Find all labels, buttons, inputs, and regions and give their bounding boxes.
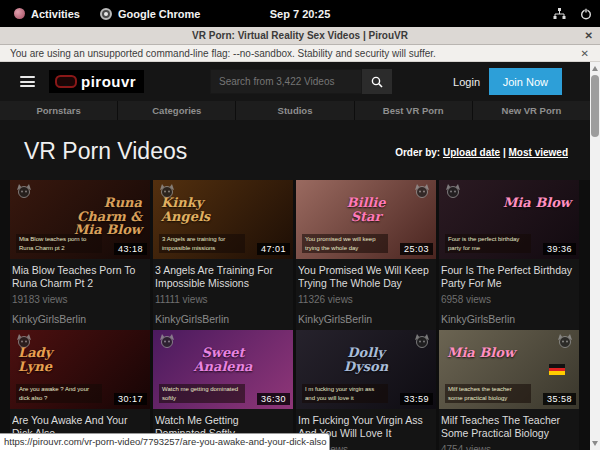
warning-infobar: You are using an unsupported command-lin… [0,45,600,62]
login-link[interactable]: Login [453,76,480,88]
video-card[interactable]: Mia Blow Milf teaches the teacher some p… [439,330,579,450]
video-card[interactable]: Dolly Dyson I m fucking your virgin ass … [296,330,436,450]
join-now-button[interactable]: Join Now [489,68,562,95]
duration-badge: 47:01 [257,243,290,255]
studio-cat-mask-icon [414,334,430,348]
thumbnail-caption: Milf teaches the teacher some practical … [445,384,531,403]
thumbnail-model-name: Mia Blow [503,196,571,210]
thumbnail-model-name: Lady Lyne [18,346,90,373]
order-by: Order by: Upload date | Most viewed [395,147,568,158]
gnome-top-bar: Activities Google Chrome Sep 7 20:25 [0,0,600,27]
video-thumbnail[interactable]: Kinky Angels 3 Angels are training for i… [153,180,293,259]
thumbnail-caption: Watch me getting dominated softly [159,384,245,403]
category-menubar: Pornstars Categories Studios Best VR Por… [0,101,590,120]
site-logo[interactable]: pirouvr [49,70,144,93]
order-most-viewed-link[interactable]: Most viewed [509,147,568,158]
duration-badge: 43:18 [114,243,147,255]
thumbnail-caption: I m fucking your virgin ass and you will… [302,384,388,403]
studio-link[interactable]: KinkyGirlsBerlin [441,313,577,325]
network-icon[interactable] [553,8,566,20]
app-menu-button[interactable]: Google Chrome [90,8,211,20]
distro-icon [14,8,25,19]
page-scrollbar[interactable] [590,62,600,450]
video-thumbnail[interactable]: Billie Star You promised we will keep tr… [296,180,436,259]
search-button[interactable] [362,69,392,94]
studio-link[interactable]: KinkyGirlsBerlin [12,313,148,325]
duration-badge: 25:03 [400,243,433,255]
video-title[interactable]: Four Is The Perfect Birthday Party For M… [441,264,575,290]
activities-label: Activities [31,8,80,20]
video-card[interactable]: Runa Charm & Mia Blow Mia Blow teaches p… [10,180,150,330]
menu-item-categories[interactable]: Categories [118,101,235,120]
menu-item-best-vr[interactable]: Best VR Porn [355,101,472,120]
order-upload-date-link[interactable]: Upload date [443,147,500,158]
studio-link[interactable]: KinkyGirlsBerlin [155,313,291,325]
menu-item-pornstars[interactable]: Pornstars [0,101,117,120]
duration-badge: 39:36 [543,243,576,255]
video-title[interactable]: 3 Angels Are Training For Impossible Mis… [155,264,289,290]
thumbnail-model-name: Runa Charm & Mia Blow [70,196,142,237]
chrome-icon [100,8,112,20]
page-title: VR Porn Videos [24,138,187,165]
desktop: Activities Google Chrome Sep 7 20:25 V [0,0,600,450]
order-by-label: Order by: [395,147,440,158]
window-title: VR Porn: Virtual Reality Sex Videos | Pi… [192,30,408,41]
video-thumbnail[interactable]: Lady Lyne Are you awake ? And your dick … [10,330,150,409]
video-title[interactable]: Mia Blow Teaches Porn To Runa Charm Pt 2 [12,264,146,290]
thumbnail-caption: Mia Blow teaches porn to Runa Charm pt 2 [16,234,102,253]
menu-item-studios[interactable]: Studios [236,101,353,120]
video-thumbnail[interactable]: Sweet Analena Watch me getting dominated… [153,330,293,409]
scrollbar-thumb[interactable] [591,75,599,137]
studio-cat-mask-icon [159,334,175,348]
video-card[interactable]: Lady Lyne Are you awake ? And your dick … [10,330,150,450]
thumbnail-caption: Four is the perfect birthday party for m… [445,234,531,253]
studio-cat-mask-icon [445,184,461,198]
studio-cat-mask-icon [16,184,32,198]
video-card[interactable]: Kinky Angels 3 Angels are training for i… [153,180,293,330]
thumbnail-model-name: Billie Star [330,196,402,223]
search-icon [371,76,383,88]
duration-badge: 35:58 [543,393,576,405]
video-thumbnail[interactable]: Mia Blow Milf teaches the teacher some p… [439,330,579,409]
thumbnail-model-name: Sweet Analena [187,346,259,373]
video-grid: Runa Charm & Mia Blow Mia Blow teaches p… [10,180,582,450]
scrollbar-up-arrow-icon[interactable] [592,66,598,71]
infobar-close-icon[interactable]: ✕ [581,48,589,59]
window-close-icon[interactable]: ✕ [585,30,593,41]
video-thumbnail[interactable]: Mia Blow Four is the perfect birthday pa… [439,180,579,259]
thumbnail-model-name: Mia Blow [447,346,515,360]
video-thumbnail[interactable]: Runa Charm & Mia Blow Mia Blow teaches p… [10,180,150,259]
thumbnail-caption: You promised we will keep trying the who… [302,234,388,253]
video-card[interactable]: Billie Star You promised we will keep tr… [296,180,436,330]
hamburger-menu-icon[interactable] [20,76,35,87]
german-flag-icon [549,364,565,375]
vr-headset-icon [55,75,77,88]
thumbnail-caption: Are you awake ? And your dick also ? [16,384,102,403]
thumbnail-model-name: Dolly Dyson [330,346,402,373]
duration-badge: 30:17 [114,393,147,405]
video-title[interactable]: You Promised We Will Keep Trying The Who… [298,264,432,290]
infobar-message: You are using an unsupported command-lin… [10,48,436,59]
studio-cat-mask-icon [557,334,573,348]
scrollbar-down-arrow-icon[interactable] [592,441,598,446]
video-thumbnail[interactable]: Dolly Dyson I m fucking your virgin ass … [296,330,436,409]
video-card[interactable]: Mia Blow Four is the perfect birthday pa… [439,180,579,330]
menu-item-new-vr[interactable]: New VR Porn [473,101,590,120]
clock[interactable]: Sep 7 20:25 [270,8,331,20]
studio-link[interactable]: KinkyGirlsBerlin [298,313,434,325]
view-count: 6958 views [441,294,577,305]
webpage: pirouvr Login Join Now Pornstars Categor… [0,62,600,450]
video-card[interactable]: Sweet Analena Watch me getting dominated… [153,330,293,450]
activities-button[interactable]: Activities [4,8,90,20]
search-input[interactable] [210,69,362,94]
app-menu-label: Google Chrome [118,8,201,20]
view-count: 4754 views [441,444,577,450]
view-count: 11326 views [298,294,434,305]
video-title[interactable]: Milf Teaches The Teacher Some Practical … [441,414,575,440]
window-titlebar[interactable]: VR Porn: Virtual Reality Sex Videos | Pi… [0,27,600,45]
status-bar-url: https://pirouvr.com/vr-porn-video/779325… [0,433,330,450]
site-logo-text: pirouvr [81,73,136,90]
studio-cat-mask-icon [414,184,430,198]
power-icon[interactable] [580,8,592,20]
view-count: 19183 views [12,294,148,305]
